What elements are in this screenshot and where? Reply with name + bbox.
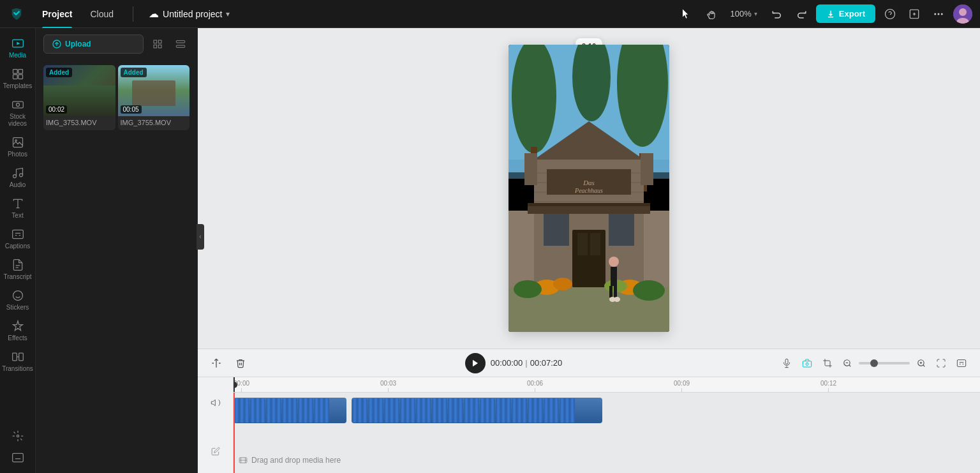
svg-rect-20 [12, 230, 23, 238]
svg-rect-14 [12, 101, 23, 108]
panel-collapse-handle[interactable]: ‹ [197, 224, 204, 250]
media-duration-2: 00:05 [121, 105, 142, 114]
svg-marker-77 [473, 359, 478, 366]
sidebar-item-stickers[interactable]: Stickers [3, 285, 33, 315]
svg-rect-57 [544, 214, 569, 246]
svg-point-2 [934, 13, 936, 15]
sidebar-item-captions-bottom[interactable] [3, 447, 33, 468]
delete-tool-button[interactable] [232, 355, 249, 372]
upload-button[interactable]: Upload [43, 34, 144, 54]
project-title: Untitled project [163, 9, 222, 19]
zoom-thumb[interactable] [870, 359, 878, 367]
project-title-button[interactable]: ☁ Untitled project ▾ [144, 5, 235, 22]
crop-button[interactable] [819, 355, 836, 372]
sidebar-item-audio[interactable]: Audio [3, 163, 33, 192]
clip-frame [512, 398, 527, 423]
svg-rect-47 [641, 153, 653, 185]
app-logo[interactable] [8, 5, 26, 23]
video-clip-2[interactable] [352, 398, 602, 423]
svg-rect-13 [18, 75, 22, 79]
video-clip-1[interactable] [234, 398, 346, 423]
subtitles-button[interactable] [953, 355, 970, 372]
redo-button[interactable] [792, 4, 811, 24]
svg-rect-59 [572, 230, 605, 287]
sidebar-item-stock[interactable]: Stock videos [3, 94, 33, 131]
split-tool-button[interactable] [208, 355, 225, 372]
zoom-control[interactable]: 100% ▾ [725, 6, 762, 21]
clip-frame [234, 398, 249, 423]
svg-text:Peachhaus: Peachhaus [574, 187, 603, 194]
help-button[interactable] [880, 4, 900, 24]
timeline-right-tools [778, 355, 970, 372]
sidebar-item-collapse[interactable] [3, 426, 33, 446]
svg-rect-69 [611, 267, 617, 286]
sidebar-item-text[interactable]: Text [3, 193, 33, 223]
media-item-2[interactable]: Added 00:05 IMG_3755.MOV [118, 65, 190, 130]
grid-view-button[interactable] [149, 35, 167, 53]
svg-line-87 [923, 364, 925, 366]
user-avatar[interactable] [953, 4, 972, 24]
svg-point-73 [614, 297, 620, 302]
fullscreen-button[interactable] [933, 355, 949, 372]
zoom-slider[interactable] [859, 362, 910, 364]
svg-rect-60 [577, 233, 588, 255]
svg-rect-16 [13, 138, 22, 147]
microphone-button[interactable] [778, 355, 795, 372]
clip-frame [432, 398, 447, 423]
svg-rect-25 [19, 353, 23, 361]
camera-button[interactable] [799, 355, 815, 372]
undo-button[interactable] [768, 4, 787, 24]
upload-label: Upload [65, 40, 91, 49]
list-view-button[interactable] [172, 35, 189, 53]
svg-point-19 [19, 174, 22, 177]
clip-1-frames [234, 398, 346, 423]
svg-point-63 [553, 278, 572, 290]
sidebar-item-media[interactable]: Media [3, 33, 33, 63]
svg-point-68 [609, 257, 619, 267]
sidebar-item-transitions[interactable]: Transitions [3, 347, 33, 376]
media-item-1[interactable]: Added 00:02 IMG_3753.MOV [43, 65, 115, 130]
topbar-divider [133, 6, 133, 22]
sidebar-label-media: Media [9, 52, 26, 59]
export-label: Export [839, 9, 865, 19]
tab-cloud[interactable]: Cloud [81, 0, 122, 28]
drag-drop-label: Drag and drop media here [251, 456, 341, 465]
sidebar-label-text: Text [11, 212, 23, 219]
svg-rect-71 [614, 286, 617, 297]
svg-rect-31 [154, 45, 157, 48]
clip-frame [528, 398, 543, 423]
svg-line-83 [849, 364, 851, 366]
zoom-track[interactable] [859, 362, 910, 364]
svg-rect-58 [609, 214, 634, 246]
zoom-in-button[interactable] [914, 356, 929, 371]
more-options-button[interactable] [929, 4, 948, 24]
media-thumb-2: Added 00:05 [118, 65, 190, 116]
preview-canvas: 9:16 ♪ [198, 28, 980, 349]
svg-point-23 [13, 291, 22, 301]
video-track [234, 398, 602, 423]
timeline-playhead[interactable] [234, 393, 235, 473]
zoom-out-button[interactable] [840, 356, 855, 371]
sidebar-item-photos[interactable]: Photos [3, 132, 33, 161]
clip-frame [368, 398, 383, 423]
media-badge-1: Added [46, 68, 72, 77]
play-button[interactable] [465, 353, 486, 373]
clip-frame [416, 398, 431, 423]
sidebar-item-transcript[interactable]: Transcript [3, 255, 33, 284]
film-icon [239, 456, 248, 465]
hand-tool-button[interactable] [701, 4, 720, 24]
volume-icon[interactable] [208, 395, 223, 412]
pencil-icon[interactable] [209, 444, 223, 460]
left-sidebar: Media Templates Stock videos Photos Audi… [0, 28, 36, 473]
add-media-row[interactable]: Drag and drop media here [234, 450, 980, 470]
sidebar-item-templates[interactable]: Templates [3, 64, 33, 93]
export-button[interactable]: Export [816, 4, 875, 23]
tab-project[interactable]: Project [33, 0, 81, 28]
svg-point-66 [633, 280, 665, 301]
share-button[interactable] [905, 4, 924, 24]
pointer-tool-button[interactable] [677, 4, 696, 24]
ruler-mark-1: 00:03 [380, 380, 396, 392]
sidebar-item-captions[interactable]: Captions [3, 224, 33, 253]
sidebar-item-effects[interactable]: Effects [3, 316, 33, 345]
clip-frame [282, 398, 297, 423]
